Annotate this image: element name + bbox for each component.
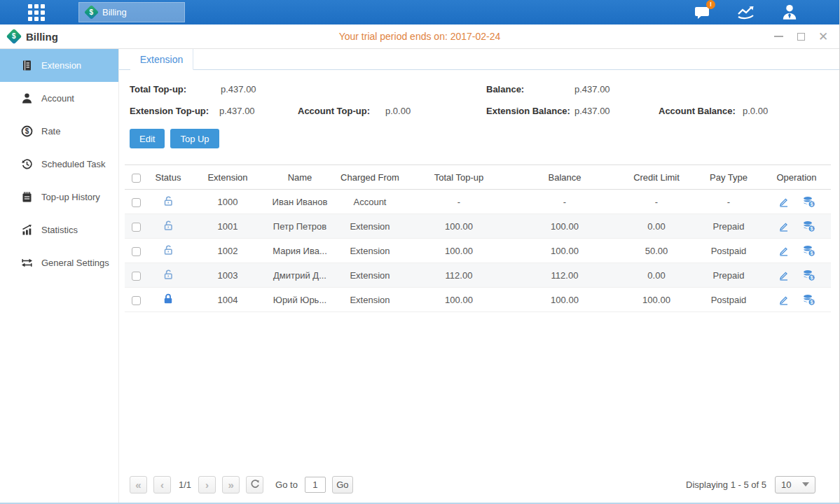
- unlocked-icon: [162, 195, 174, 207]
- sidebar-item-rate[interactable]: $ Rate: [0, 115, 118, 148]
- unlocked-icon: [162, 244, 174, 256]
- col-charged-from: Charged From: [333, 165, 406, 190]
- topup-coins-icon[interactable]: $: [802, 293, 815, 306]
- sidebar-item-topup-history[interactable]: Top-up History: [0, 181, 118, 214]
- goto-label: Go to: [275, 479, 298, 490]
- cell-total-topup: 100.00: [406, 239, 511, 263]
- trial-message: Your trial period ends on: 2017-02-24: [0, 31, 839, 42]
- statistics-chart-icon[interactable]: [735, 4, 757, 22]
- edit-button[interactable]: Edit: [130, 129, 165, 148]
- cell-balance: 100.00: [511, 214, 618, 239]
- table-body: 1000 Иван Иванов Account - - - - $: [125, 190, 831, 312]
- row-checkbox[interactable]: [132, 272, 141, 281]
- page-size-value: 10: [781, 479, 791, 490]
- balance-label: Balance:: [486, 84, 524, 94]
- cell-name: Петр Петров: [266, 214, 333, 239]
- topup-coins-icon[interactable]: $: [802, 195, 815, 208]
- sidebar-item-statistics[interactable]: Statistics: [0, 214, 118, 246]
- top-up-button[interactable]: Top Up: [170, 129, 219, 148]
- cell-name: Иван Иванов: [266, 190, 333, 214]
- total-topup-label: Total Top-up:: [130, 84, 186, 94]
- col-balance: Balance: [511, 165, 618, 190]
- chat-icon[interactable]: !: [691, 4, 714, 22]
- row-checkbox[interactable]: [132, 296, 141, 305]
- prev-page-button[interactable]: ‹: [153, 476, 171, 493]
- cell-credit-limit: 100.00: [618, 288, 695, 312]
- cell-total-topup: 112.00: [406, 263, 511, 288]
- table-row: 1003 Дмитрий Д... Extension 112.00 112.0…: [125, 263, 831, 288]
- cell-total-topup: 100.00: [406, 288, 511, 312]
- sidebar: Extension Account $ Rate: [0, 49, 119, 503]
- user-account-icon[interactable]: [778, 4, 801, 22]
- sidebar-item-general-settings[interactable]: General Settings: [0, 246, 118, 279]
- extension-topup-value: p.437.00: [219, 106, 255, 116]
- goto-page-input[interactable]: [305, 477, 326, 493]
- displaying-text: Displaying 1 - 5 of 5: [686, 479, 766, 490]
- tab-extension[interactable]: Extension: [130, 49, 193, 70]
- go-button[interactable]: Go: [332, 476, 353, 493]
- row-checkbox[interactable]: [132, 247, 141, 256]
- taskbar-tab-billing[interactable]: $ Billing: [78, 2, 185, 22]
- edit-pencil-icon[interactable]: [778, 196, 790, 208]
- next-page-button[interactable]: ›: [198, 476, 216, 493]
- minimize-icon[interactable]: [773, 31, 783, 41]
- cell-total-topup: -: [406, 190, 511, 214]
- cell-extension: 1004: [189, 288, 266, 312]
- col-name: Name: [266, 165, 333, 190]
- cell-pay-type: Postpaid: [695, 288, 762, 312]
- cell-extension: 1003: [189, 263, 266, 288]
- col-pay-type: Pay Type: [695, 165, 762, 190]
- table-row: 1002 Мария Ива... Extension 100.00 100.0…: [125, 239, 831, 263]
- chevron-down-icon: [802, 482, 809, 486]
- edit-pencil-icon[interactable]: [778, 270, 790, 281]
- cell-balance: 100.00: [511, 288, 618, 312]
- col-status: Status: [147, 165, 189, 190]
- sidebar-item-account[interactable]: Account: [0, 82, 118, 115]
- account-balance-value: p.0.00: [743, 106, 768, 116]
- user-icon: [21, 92, 33, 104]
- unlocked-icon: [162, 268, 174, 281]
- billing-window-icon: $: [6, 29, 22, 45]
- cell-balance: 112.00: [511, 263, 618, 288]
- topup-coins-icon[interactable]: $: [802, 244, 815, 257]
- topup-coins-icon[interactable]: $: [802, 220, 815, 232]
- edit-pencil-icon[interactable]: [778, 220, 790, 232]
- select-all-checkbox[interactable]: [132, 174, 141, 183]
- page-size-select[interactable]: 10: [775, 476, 815, 493]
- cell-extension: 1000: [189, 190, 266, 214]
- account-topup-value: p.0.00: [385, 106, 411, 116]
- maximize-icon[interactable]: [796, 31, 806, 41]
- app-launcher-icon[interactable]: [28, 4, 45, 21]
- edit-pencil-icon[interactable]: [778, 294, 790, 306]
- last-page-button[interactable]: »: [222, 476, 240, 493]
- account-balance-label: Account Balance:: [659, 106, 736, 116]
- unlocked-icon: [162, 219, 174, 232]
- cell-credit-limit: 50.00: [618, 239, 695, 263]
- extension-balance-label: Extension Balance:: [486, 106, 570, 116]
- pagination-bar: « ‹ 1/1 › » Go to Go Displaying 1 - 5 of…: [119, 470, 839, 503]
- cell-pay-type: -: [695, 190, 762, 214]
- cell-name: Юрий Юрь...: [266, 288, 333, 312]
- clock-icon: [21, 158, 33, 170]
- col-extension: Extension: [189, 165, 266, 190]
- sidebar-item-label: Statistics: [41, 225, 78, 235]
- edit-pencil-icon[interactable]: [778, 245, 790, 257]
- svg-text:$: $: [25, 127, 29, 135]
- refresh-button[interactable]: [246, 476, 263, 493]
- cell-balance: -: [511, 190, 618, 214]
- close-icon[interactable]: ✕: [818, 31, 828, 41]
- cell-pay-type: Prepaid: [695, 214, 762, 239]
- dollar-circle-icon: $: [21, 125, 33, 137]
- row-checkbox[interactable]: [132, 198, 141, 207]
- topup-coins-icon[interactable]: $: [802, 269, 815, 281]
- sidebar-item-label: Scheduled Task: [41, 159, 106, 169]
- sidebar-item-label: Top-up History: [41, 192, 100, 202]
- cell-credit-limit: 0.00: [618, 263, 695, 288]
- first-page-button[interactable]: «: [130, 476, 147, 493]
- window-title: $ Billing: [8, 31, 58, 43]
- row-checkbox[interactable]: [132, 223, 141, 232]
- sidebar-item-scheduled-task[interactable]: Scheduled Task: [0, 148, 118, 181]
- sidebar-item-extension[interactable]: Extension: [0, 49, 118, 82]
- notepad-icon: [21, 191, 33, 203]
- sidebar-item-label: Account: [41, 93, 74, 104]
